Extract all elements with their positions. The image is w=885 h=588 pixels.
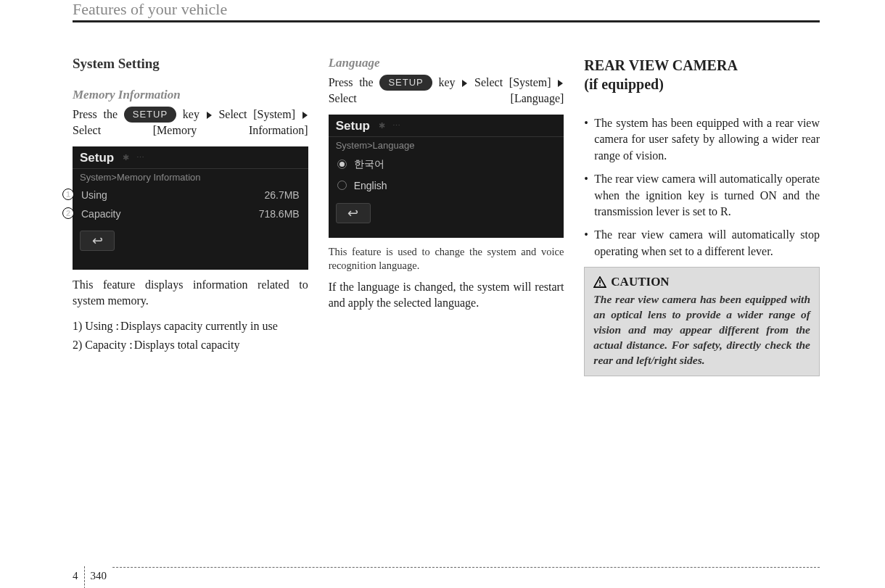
column-1: System Setting Memory Information Press … [73, 56, 308, 376]
screenshot-status-icons: ✱ ⋯ [123, 153, 144, 162]
screenshot-titlebar: Setup ✱ ⋯ [73, 146, 308, 169]
footer-page-number: 340 [91, 570, 107, 582]
bullet-dot-icon: • [584, 227, 594, 260]
screenshot-breadcrumb: System>Memory Information [73, 169, 308, 186]
instr-text: key [439, 76, 456, 88]
svg-point-1 [599, 285, 601, 286]
instr-text: Press the [73, 108, 124, 120]
setup-key-badge: SETUP [379, 75, 432, 91]
radio-off-icon [337, 181, 347, 190]
arrow-icon [207, 112, 212, 119]
radio-label: English [354, 180, 387, 191]
callout-1: 1 [62, 189, 74, 200]
footer-rule: 4 340 [73, 567, 820, 568]
list-item: 1) Using : Displays capacity currently i… [73, 318, 308, 334]
instr-text: Select [System] [218, 108, 295, 120]
footer-chapter-number: 4 [73, 570, 78, 582]
screenshot-row-value: 718.6MB [259, 208, 300, 220]
arrow-icon [558, 80, 563, 87]
instr-text: Select [System] [474, 76, 551, 88]
caution-heading: CAUTION [593, 275, 810, 289]
usb-icon: ⋯ [392, 121, 400, 131]
page-footer: 4 340 [0, 567, 885, 568]
column-3: REAR VIEW CAMERA (if equipped) • The sys… [584, 56, 820, 376]
arrow-icon [462, 80, 467, 87]
back-button-icon: ↩ [80, 231, 115, 251]
bullet-item: • The rear view camera will automaticall… [584, 227, 820, 260]
subheading-language: Language [329, 56, 564, 70]
caution-body-text: The rear view camera has been equipped w… [593, 292, 810, 368]
small-text: This feature is used to change the syste… [329, 245, 564, 273]
list-item-text: Displays capacity currently in use [120, 318, 278, 334]
page-header: Features of your vehicle [73, 0, 820, 22]
list-item-number: 2) Capacity : [73, 337, 134, 353]
screenshot-breadcrumb: System>Language [329, 137, 564, 154]
screenshot-titlebar: Setup ✱ ⋯ [329, 115, 564, 137]
bluetooth-icon: ✱ [123, 153, 129, 162]
instr-text: Select [Language] [329, 92, 564, 104]
screenshot-row: Capacity 718.6MB [73, 204, 308, 223]
heading-line: REAR VIEW CAMERA [584, 56, 820, 75]
instruction-language: Press the SETUP key Select [System] Sele… [329, 75, 564, 107]
instr-text: key [183, 108, 199, 120]
screenshot-row-label: Using [81, 189, 107, 201]
body-text: If the language is changed, the system w… [329, 279, 564, 312]
screenshot-row-value: 26.7MB [264, 189, 299, 201]
screenshot-radio-row: 한국어 [329, 154, 564, 175]
callout-2: 2 [62, 207, 74, 219]
caution-box: CAUTION The rear view camera has been eq… [584, 267, 820, 376]
caution-label: CAUTION [611, 275, 669, 289]
footer-page-numbers: 4 340 [73, 559, 111, 588]
content-columns: System Setting Memory Information Press … [73, 56, 820, 376]
screenshot-radio-row: English [329, 175, 564, 196]
list-item-text: Displays total capacity [134, 337, 240, 353]
instruction-memory: Press the SETUP key Select [System] Sele… [73, 107, 308, 139]
setup-key-badge: SETUP [124, 107, 176, 123]
bullet-item: • The rear view camera will automaticall… [584, 171, 820, 220]
screenshot-status-icons: ✱ ⋯ [379, 121, 400, 131]
bullet-item: • The system has been equipped with a re… [584, 115, 820, 164]
arrow-icon [302, 112, 308, 119]
bullet-dot-icon: • [584, 171, 594, 220]
bullet-dot-icon: • [584, 115, 594, 164]
list-item-number: 1) Using : [73, 318, 120, 334]
usb-icon: ⋯ [136, 153, 144, 162]
footer-divider [84, 566, 85, 588]
screenshot-row: Using 26.7MB [73, 186, 308, 204]
bullet-text: The system has been equipped with a rear… [594, 115, 820, 164]
warning-icon [593, 276, 606, 288]
section-heading-rear-view-camera: REAR VIEW CAMERA (if equipped) [584, 56, 820, 94]
screenshot-memory-info: Setup ✱ ⋯ System>Memory Information 1 Us… [73, 146, 308, 270]
bluetooth-icon: ✱ [379, 121, 385, 131]
instr-text: Select [Memory Information] [73, 124, 308, 136]
screenshot-title: Setup [80, 151, 114, 165]
screenshot-language: Setup ✱ ⋯ System>Language 한국어 English ↩ [329, 115, 564, 238]
bullet-text: The rear view camera will automatically … [594, 227, 820, 260]
bullet-text: The rear view camera will automatically … [594, 171, 820, 220]
subheading-memory-information: Memory Information [73, 88, 308, 102]
back-button-icon: ↩ [336, 203, 371, 223]
radio-label: 한국어 [354, 158, 384, 171]
radio-on-icon [337, 160, 347, 169]
instr-text: Press the [329, 76, 380, 88]
bullet-list: • The system has been equipped with a re… [584, 115, 820, 260]
list-item: 2) Capacity : Displays total capacity [73, 337, 308, 353]
page-content: Features of your vehicle System Setting … [0, 0, 885, 376]
body-text: This feature displays information relate… [73, 277, 308, 310]
heading-line: (if equipped) [584, 75, 820, 94]
screenshot-title: Setup [336, 119, 370, 133]
column-2: Language Press the SETUP key Select [Sys… [329, 56, 564, 376]
section-heading-system-setting: System Setting [73, 56, 308, 72]
screenshot-row-label: Capacity [81, 208, 120, 220]
numbered-list: 1) Using : Displays capacity currently i… [73, 318, 308, 354]
